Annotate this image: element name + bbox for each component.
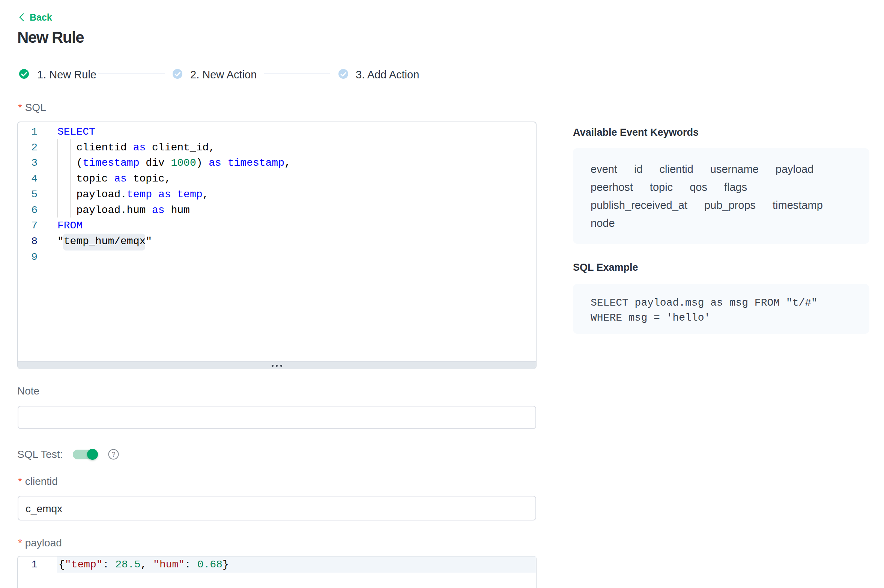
svg-text:?: ? — [111, 451, 115, 458]
